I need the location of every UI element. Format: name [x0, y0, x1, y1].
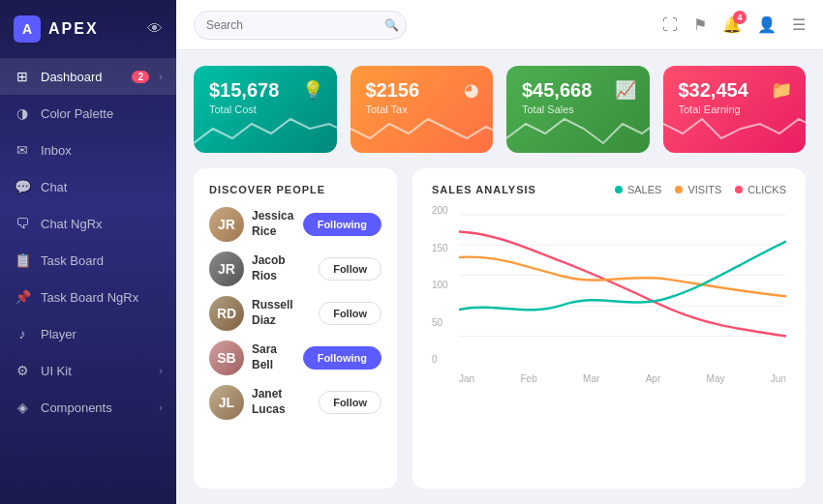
sidebar-item-label: Player — [41, 327, 163, 341]
avatar: JL — [209, 385, 244, 420]
search-box: 🔍 — [194, 11, 407, 40]
chat-icon: 💬 — [14, 179, 31, 194]
dashboard-badge: 2 — [132, 71, 149, 83]
stat-card-total-earning: $32,454 Total Earning 📁 — [663, 66, 807, 153]
sales-header: SALES ANALYSIS SALES VISITS CLICKS — [432, 184, 786, 195]
person-name: Sara Bell — [252, 342, 295, 372]
x-label: Feb — [520, 373, 536, 384]
sidebar-item-player[interactable]: ♪ Player — [0, 315, 176, 352]
total-sales-icon: 📈 — [615, 79, 636, 101]
wave-chart — [351, 109, 494, 153]
sidebar-item-label: Dashboard — [41, 70, 122, 84]
follow-button-jacob[interactable]: Follow — [319, 257, 381, 281]
sidebar-item-ui-kit[interactable]: ⚙ UI Kit › — [0, 352, 176, 389]
sidebar-item-chat[interactable]: 💬 Chat — [0, 168, 176, 205]
sidebar-toggle-icon[interactable]: 👁 — [147, 20, 163, 38]
sidebar-item-chat-ngrx[interactable]: 🗨 Chat NgRx — [0, 205, 176, 242]
sidebar-item-label: Task Board NgRx — [41, 290, 163, 305]
sidebar-item-task-board-ngrx[interactable]: 📌 Task Board NgRx — [0, 279, 176, 315]
discover-title: DISCOVER PEOPLE — [209, 184, 381, 195]
expand-icon[interactable]: ⛶ — [662, 16, 678, 34]
list-item: JL Janet Lucas Follow — [209, 385, 381, 420]
sidebar-item-label: Components — [41, 400, 149, 415]
search-icon[interactable]: 🔍 — [384, 18, 399, 32]
total-tax-icon: ◕ — [464, 79, 479, 101]
sidebar-item-label: Color Palette — [41, 106, 163, 121]
legend-sales: SALES — [615, 184, 661, 195]
legend-clicks: CLICKS — [735, 184, 786, 195]
avatar: JR — [209, 207, 244, 242]
wave-chart — [506, 109, 650, 153]
sidebar-item-label: UI Kit — [41, 364, 149, 378]
avatar: RD — [209, 296, 244, 331]
person-name: Janet Lucas — [252, 387, 311, 417]
sales-dot — [615, 186, 623, 193]
y-label: 200 — [432, 205, 456, 216]
sidebar-item-label: Chat — [41, 180, 163, 194]
sales-legend-label: SALES — [627, 184, 661, 195]
stat-card-total-cost: $15,678 Total Cost 💡 — [194, 66, 337, 153]
x-label: Apr — [646, 373, 661, 384]
color-palette-icon: ◑ — [14, 105, 31, 121]
follow-button-jessica[interactable]: Following — [303, 213, 381, 236]
legend-visits: VISITS — [675, 184, 721, 195]
bell-icon[interactable]: 🔔 4 — [722, 15, 742, 34]
clicks-dot — [735, 186, 743, 193]
chart-legend: SALES VISITS CLICKS — [615, 184, 786, 195]
wave-chart — [663, 109, 807, 153]
ui-kit-icon: ⚙ — [14, 363, 31, 378]
person-name: Russell Diaz — [252, 298, 311, 328]
components-icon: ◈ — [14, 400, 31, 415]
sales-title: SALES ANALYSIS — [432, 184, 536, 195]
sidebar-item-label: Chat NgRx — [41, 217, 163, 231]
sidebar-item-dashboard[interactable]: ⊞ Dashboard 2 › — [0, 58, 176, 95]
sidebar-item-inbox[interactable]: ✉ Inbox — [0, 132, 176, 168]
follow-button-janet[interactable]: Follow — [319, 391, 381, 414]
sidebar-item-color-palette[interactable]: ◑ Color Palette — [0, 95, 176, 132]
stats-row: $15,678 Total Cost 💡 $2156 Total Tax ◕ $… — [194, 66, 806, 153]
sidebar-item-label: Inbox — [41, 143, 163, 158]
y-axis-labels: 200 150 100 50 0 — [432, 205, 456, 365]
chevron-right-icon: › — [159, 365, 163, 376]
inbox-icon: ✉ — [14, 142, 31, 158]
total-earning-icon: 📁 — [771, 79, 792, 101]
user-icon[interactable]: 👤 — [757, 15, 777, 34]
visits-line — [459, 257, 786, 297]
clicks-line — [459, 232, 786, 337]
sidebar-nav: ⊞ Dashboard 2 › ◑ Color Palette ✉ Inbox … — [0, 58, 176, 504]
logo-icon: A — [14, 15, 41, 43]
main-content: 🔍 ⛶ ⚑ 🔔 4 👤 ☰ $15,678 Total Cost 💡 — [176, 0, 823, 504]
flag-icon[interactable]: ⚑ — [693, 15, 707, 34]
list-item: RD Russell Diaz Follow — [209, 296, 381, 331]
bottom-row: DISCOVER PEOPLE JR Jessica Rice Followin… — [194, 168, 806, 489]
header: 🔍 ⛶ ⚑ 🔔 4 👤 ☰ — [176, 0, 823, 50]
sidebar-item-task-board[interactable]: 📋 Task Board — [0, 242, 176, 279]
follow-button-sara[interactable]: Following — [303, 346, 381, 370]
stat-card-total-sales: $45,668 Total Sales 📈 — [506, 66, 650, 153]
header-actions: ⛶ ⚑ 🔔 4 👤 ☰ — [662, 15, 806, 34]
avatar: SB — [209, 341, 244, 375]
y-label: 0 — [432, 354, 456, 365]
app-name: APEX — [48, 20, 99, 38]
sidebar: A APEX 👁 ⊞ Dashboard 2 › ◑ Color Palette… — [0, 0, 176, 504]
total-tax-amount: $2156 — [366, 79, 478, 102]
sidebar-item-components[interactable]: ◈ Components › — [0, 389, 176, 426]
search-input[interactable] — [194, 11, 407, 40]
discover-panel: DISCOVER PEOPLE JR Jessica Rice Followin… — [194, 168, 397, 489]
chevron-right-icon: › — [159, 71, 163, 82]
task-board-ngrx-icon: 📌 — [14, 289, 31, 305]
sales-panel: SALES ANALYSIS SALES VISITS CLICKS — [412, 168, 806, 489]
y-label: 150 — [432, 243, 456, 253]
sidebar-header: A APEX 👁 — [0, 0, 176, 58]
x-label: Jun — [771, 373, 786, 384]
visits-legend-label: VISITS — [687, 184, 721, 195]
avatar: JR — [209, 252, 244, 286]
list-item: SB Sara Bell Following — [209, 341, 381, 375]
follow-button-russell[interactable]: Follow — [319, 302, 381, 325]
visits-dot — [675, 186, 683, 193]
content-area: $15,678 Total Cost 💡 $2156 Total Tax ◕ $… — [176, 50, 823, 504]
dashboard-icon: ⊞ — [14, 69, 31, 84]
menu-icon[interactable]: ☰ — [792, 15, 806, 34]
logo-area: A APEX — [14, 15, 99, 43]
task-board-icon: 📋 — [14, 252, 31, 268]
